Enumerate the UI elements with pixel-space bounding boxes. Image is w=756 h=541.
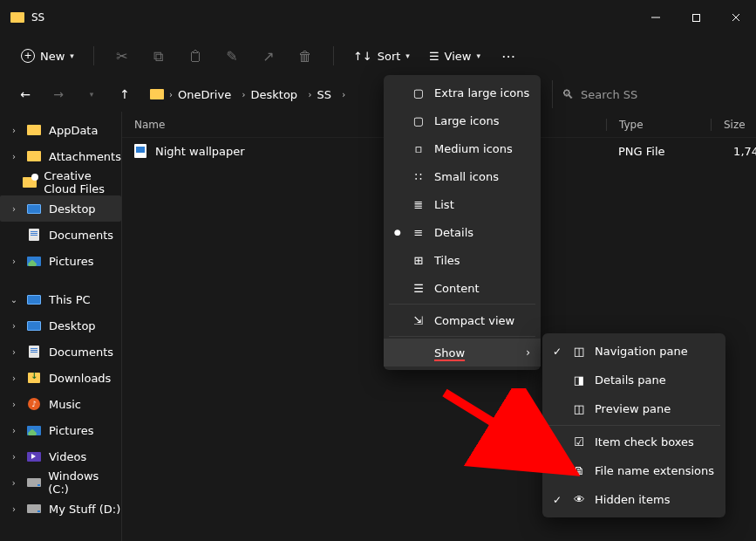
sidebar-item-videos[interactable]: › Videos: [0, 443, 121, 469]
chevron-right-icon: ›: [9, 478, 19, 488]
show-navigation-pane[interactable]: ✓ ◫ Navigation pane: [542, 337, 725, 366]
breadcrumb-item[interactable]: Desktop ›: [251, 88, 312, 101]
close-button[interactable]: [716, 0, 756, 35]
view-menu-content[interactable]: ☰ Content: [384, 274, 541, 302]
plus-icon: +: [21, 49, 35, 63]
back-button[interactable]: ←: [10, 79, 40, 109]
sidebar-item-pictures-pc[interactable]: › Pictures: [0, 417, 121, 443]
view-menu-small[interactable]: ∷ Small icons: [384, 162, 541, 190]
tiles-icon: ⊞: [412, 254, 426, 267]
sort-button[interactable]: ↑↓ Sort ▾: [344, 42, 419, 70]
view-menu-large[interactable]: ▢ Large icons: [384, 106, 541, 134]
menu-item-label: Compact view: [434, 314, 514, 327]
sidebar-item-label: Attachments: [49, 150, 121, 163]
sidebar-item-music[interactable]: › ♪ Music: [0, 391, 121, 417]
chevron-right-icon: ›: [9, 504, 19, 514]
hidden-icon: 👁︎: [572, 493, 586, 506]
view-menu-list[interactable]: ≣ List: [384, 190, 541, 218]
sidebar-item-label: Desktop: [49, 319, 96, 332]
view-menu: ▢ Extra large icons ▢ Large icons ▫ Medi…: [384, 75, 541, 370]
sidebar-item-documents-pc[interactable]: › Documents: [0, 339, 121, 365]
file-size: 1,741 K: [711, 145, 756, 158]
chevron-down-icon: ⌄: [9, 295, 19, 305]
new-button[interactable]: + New ▾: [12, 42, 83, 70]
sidebar-item-appdata[interactable]: › AppData: [0, 117, 121, 143]
sidebar-item-label: Downloads: [49, 372, 111, 385]
sidebar-item-this-pc[interactable]: ⌄ This PC: [0, 286, 121, 312]
minimize-button[interactable]: [636, 0, 676, 35]
sidebar-item-documents[interactable]: › Documents: [0, 222, 121, 248]
videos-icon: [27, 452, 41, 462]
window-folder-icon: [10, 12, 24, 23]
chevron-right-icon: ›: [9, 400, 19, 409]
breadcrumb-item[interactable]: SS ›: [317, 88, 345, 101]
search-box[interactable]: 🔍︎ Search SS: [552, 80, 744, 108]
chevron-right-icon: ›: [9, 126, 19, 135]
menu-item-label: Tiles: [434, 254, 460, 267]
sidebar-item-label: This PC: [49, 293, 91, 306]
column-size[interactable]: Size: [711, 119, 756, 131]
desktop-icon: [27, 321, 41, 331]
forward-button[interactable]: →: [44, 79, 73, 109]
compact-icon: ⇲: [412, 314, 426, 327]
menu-item-label: Navigation pane: [595, 345, 688, 358]
view-menu-tiles[interactable]: ⊞ Tiles: [384, 246, 541, 274]
chevron-right-icon: ›: [9, 373, 19, 383]
sidebar-item-pictures[interactable]: › Pictures: [0, 248, 121, 274]
menu-item-label: File name extensions: [595, 464, 714, 477]
sidebar-item-label: Documents: [49, 229, 113, 242]
sidebar-item-creative-cloud[interactable]: › Creative Cloud Files: [0, 169, 121, 195]
menu-item-label: Preview pane: [595, 402, 671, 415]
search-placeholder: Search SS: [581, 88, 637, 101]
view-button[interactable]: ☰ View ▾: [420, 42, 489, 70]
sidebar: › AppData › Attachments › Creative Cloud…: [0, 112, 122, 541]
menu-item-label: Extra large icons: [434, 86, 529, 99]
sidebar-item-desktop[interactable]: › Desktop: [0, 195, 121, 222]
menu-item-label: Details: [434, 226, 473, 239]
medium-icon: ▫: [412, 142, 426, 155]
view-menu-medium[interactable]: ▫ Medium icons: [384, 134, 541, 162]
cut-button[interactable]: ✂: [105, 42, 140, 70]
recent-locations-button[interactable]: ▾: [77, 79, 106, 109]
show-hidden-items[interactable]: ✓ 👁︎ Hidden items: [542, 485, 725, 514]
svg-rect-1: [692, 14, 699, 21]
folder-icon: [27, 151, 41, 161]
sidebar-item-desktop-pc[interactable]: › Desktop: [0, 312, 121, 339]
chevron-right-icon: ›: [9, 452, 19, 462]
sidebar-item-my-stuff-d[interactable]: › My Stuff (D:): [0, 496, 121, 522]
rename-button[interactable]: ✎: [215, 42, 249, 70]
sort-label: Sort: [378, 50, 401, 63]
view-menu-show[interactable]: Show ›: [384, 339, 541, 366]
delete-button[interactable]: 🗑︎: [288, 42, 323, 70]
sidebar-item-downloads[interactable]: › Downloads: [0, 365, 121, 391]
drive-icon: [27, 478, 41, 487]
more-button[interactable]: ⋯: [491, 42, 526, 70]
check-icon: ✓: [551, 346, 563, 358]
desktop-icon: [27, 204, 41, 214]
extra-large-icon: ▢: [412, 86, 426, 99]
paste-button[interactable]: 📋︎: [178, 42, 213, 70]
maximize-button[interactable]: [676, 0, 716, 35]
content-icon: ☰: [412, 282, 426, 295]
view-label: View: [445, 50, 472, 63]
sidebar-item-attachments[interactable]: › Attachments: [0, 143, 121, 169]
folder-icon: [150, 89, 164, 99]
file-type: PNG File: [606, 145, 711, 158]
view-menu-compact[interactable]: ⇲ Compact view: [384, 306, 541, 334]
chevron-right-icon: ›: [9, 152, 19, 161]
music-icon: ♪: [28, 398, 40, 410]
up-button[interactable]: ↑: [110, 79, 140, 109]
column-type[interactable]: Type: [606, 119, 711, 131]
sidebar-item-label: Windows (C:): [48, 469, 121, 496]
breadcrumb-item[interactable]: OneDrive ›: [178, 88, 246, 101]
copy-button[interactable]: ⧉: [141, 42, 176, 70]
check-icon: ✓: [551, 494, 563, 506]
chevron-down-icon: ▾: [405, 51, 410, 60]
view-menu-extra-large[interactable]: ▢ Extra large icons: [384, 79, 541, 106]
share-button[interactable]: ↗: [251, 42, 286, 70]
menu-separator: [389, 336, 535, 337]
view-menu-details[interactable]: ●≡ Details: [384, 218, 541, 246]
window-title: SS: [31, 11, 44, 24]
pictures-icon: [27, 257, 41, 266]
sidebar-item-windows-c[interactable]: › Windows (C:): [0, 469, 121, 496]
